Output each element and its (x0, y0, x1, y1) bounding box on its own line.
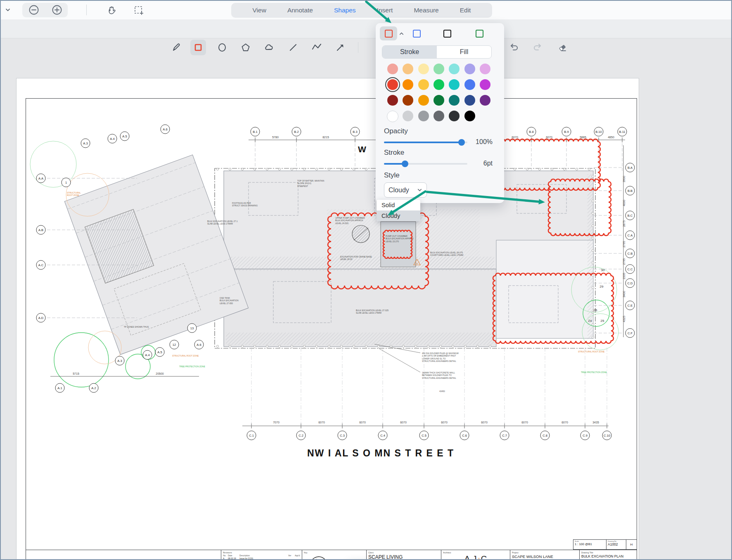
preset-red-selected[interactable] (380, 26, 397, 40)
color-swatch[interactable] (403, 64, 413, 74)
collapse-caret-icon[interactable] (397, 29, 405, 38)
revisions-header: No.DateDescriptionVerApp'd (221, 554, 302, 557)
chevron-down-icon (417, 187, 422, 193)
preset-blue[interactable] (408, 26, 425, 40)
tab-annotate[interactable]: Annotate (287, 7, 313, 14)
color-swatch[interactable] (403, 95, 413, 106)
preset-green[interactable] (471, 26, 488, 40)
scale-cell: Scale 1 : 100 @B1 (573, 540, 606, 549)
tab-edit[interactable]: Edit (460, 7, 471, 14)
line-tool[interactable] (285, 40, 301, 55)
tab-fill[interactable]: Fill (437, 46, 491, 58)
color-swatch[interactable] (418, 111, 429, 121)
revision-cell: H (626, 540, 637, 549)
drawing-title-cell: Drawing Title BULK EXCAVATION PLAN Proje… (579, 550, 637, 560)
preset-black[interactable] (438, 26, 456, 40)
redo-button[interactable] (530, 40, 545, 55)
tab-insert[interactable]: Insert (377, 7, 393, 14)
revisions-cell: Revisions No.DateDescriptionVerApp'd A08… (221, 550, 302, 560)
color-swatch[interactable] (480, 64, 490, 74)
color-swatch[interactable] (464, 79, 475, 90)
title-block: Revisions No.DateDescriptionVerApp'd A08… (26, 550, 637, 560)
style-select[interactable]: Cloudy (384, 182, 427, 198)
drawing-sheet: Revisions No.DateDescriptionVerApp'd A08… (16, 78, 639, 560)
stroke-width-slider[interactable] (384, 163, 467, 165)
eraser-tool[interactable] (554, 40, 570, 55)
revision-value: H (630, 543, 633, 546)
zoom-out-button[interactable] (28, 4, 40, 16)
mode-tabbar: View Annotate Shapes Insert Measure Edit (231, 3, 492, 18)
key-cell: Key N (302, 550, 366, 560)
shape-style-popup: Stroke Fill Opacity 100% Stroke 6pt Styl… (376, 23, 504, 203)
app-window: View Annotate Shapes Insert Measure Edit (0, 0, 732, 560)
project-cell: Project SCAPE WILSON LANE 36-47 WILSON L… (510, 550, 579, 560)
drawing-no-cell: Drawing No A1002 (606, 540, 626, 549)
key-label: Key (304, 551, 366, 554)
style-option-solid[interactable]: Solid (377, 200, 420, 210)
color-swatch[interactable] (449, 111, 460, 121)
revision-row: A08.02.19Issue for CC01 (221, 557, 302, 560)
main-toolbar: View Annotate Shapes Insert Measure Edit (1, 1, 731, 20)
color-swatch[interactable] (434, 111, 444, 121)
color-swatch[interactable] (418, 95, 429, 106)
stroke-width-value: 6pt (483, 160, 493, 167)
undo-button[interactable] (506, 40, 522, 55)
architect-cell: Architect A J+C Allen Jack + Cottier 79 … (441, 550, 510, 560)
color-swatch[interactable] (418, 79, 429, 90)
drawing-no-value: A1002 (608, 542, 625, 546)
color-swatch[interactable] (480, 79, 490, 90)
scale-strip: Scale 1 : 100 @B1 Drawing No A1002 H (573, 539, 637, 550)
color-swatch[interactable] (418, 64, 429, 74)
stroke-width-label: Stroke (384, 149, 404, 157)
architect-logo: A J+C Allen Jack + Cottier (441, 554, 510, 560)
polyline-tool[interactable] (309, 40, 325, 55)
snapshot-area-tool[interactable] (132, 4, 145, 17)
color-swatch[interactable] (403, 111, 413, 121)
color-swatch[interactable] (449, 64, 460, 74)
arrow-tool[interactable] (332, 40, 348, 55)
color-swatch[interactable] (464, 95, 475, 106)
polygon-tool[interactable] (238, 40, 253, 55)
color-swatch[interactable] (449, 95, 460, 106)
style-dropdown-menu: Solid Cloudy (377, 200, 420, 221)
color-swatch[interactable] (387, 64, 398, 74)
tab-stroke[interactable]: Stroke (382, 46, 437, 58)
document-canvas[interactable]: Revisions No.DateDescriptionVerApp'd A08… (1, 38, 731, 560)
color-swatch[interactable] (464, 64, 475, 74)
drawing-title: BULK EXCAVATION PLAN (581, 554, 637, 558)
north-compass-icon: N (307, 554, 332, 560)
stroke-fill-tabs: Stroke Fill (382, 45, 492, 59)
color-swatch[interactable] (449, 79, 460, 90)
color-swatch[interactable] (387, 95, 398, 106)
color-swatch[interactable] (434, 64, 444, 74)
cloud-tool[interactable] (261, 40, 277, 55)
expand-chevron-icon[interactable] (3, 5, 12, 14)
scale-value: 1 : 100 @B1 (575, 542, 605, 546)
tab-shapes[interactable]: Shapes (334, 7, 356, 14)
tab-view[interactable]: View (253, 7, 266, 14)
style-option-cloudy[interactable]: Cloudy (377, 210, 420, 221)
revisions-title: Revisions (223, 551, 302, 554)
color-swatch[interactable] (387, 79, 398, 90)
pan-hand-tool[interactable] (105, 4, 118, 17)
color-swatch[interactable] (464, 111, 475, 121)
color-swatch[interactable] (480, 95, 490, 106)
color-swatch[interactable] (434, 95, 444, 106)
ellipse-tool[interactable] (214, 40, 230, 55)
tools-divider (358, 42, 358, 53)
opacity-slider[interactable] (384, 142, 467, 143)
client-cell: Client SCAPE LIVING (366, 550, 441, 560)
color-swatch[interactable] (387, 111, 398, 122)
drawing-title-label: Drawing Title (581, 551, 637, 554)
drawing-frame (26, 98, 637, 560)
zoom-in-button[interactable] (51, 4, 63, 16)
color-swatch[interactable] (403, 79, 413, 90)
client-label: Client (368, 551, 441, 554)
opacity-label: Opacity (384, 127, 408, 135)
color-swatch[interactable] (434, 79, 444, 90)
pen-tool[interactable] (168, 40, 184, 55)
style-label: Style (384, 171, 400, 180)
rectangle-tool[interactable] (190, 40, 206, 55)
tab-measure[interactable]: Measure (414, 7, 438, 14)
color-swatch-grid (385, 64, 493, 122)
